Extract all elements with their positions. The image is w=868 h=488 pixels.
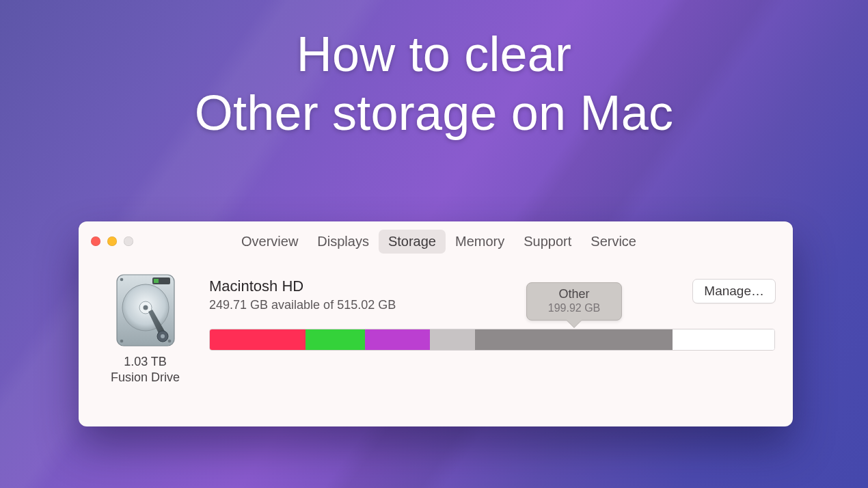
storage-segment-free [673,329,774,350]
other-callout: Other 199.92 GB [526,282,622,321]
hard-drive-icon [113,273,178,347]
volume-name: Macintosh HD [209,277,775,295]
storage-main: Macintosh HD 249.71 GB available of 515.… [209,273,775,385]
drive-column: 1.03 TB Fusion Drive [99,273,191,385]
minimize-window-button[interactable] [107,236,117,246]
tab-bar: Overview Displays Storage Memory Support… [232,230,646,254]
storage-segment-other [475,329,673,350]
callout-title: Other [534,287,614,301]
manage-button[interactable]: Manage… [692,279,776,303]
svg-rect-2 [154,279,159,283]
zoom-window-button[interactable] [124,236,133,246]
window-titlebar: Overview Displays Storage Memory Support… [79,221,793,261]
headline-line2: Other storage on Mac [0,83,868,142]
storage-segment-purple [365,329,430,350]
drive-type: Fusion Drive [111,370,180,385]
tab-service[interactable]: Service [581,230,646,254]
storage-segment-red [210,329,306,350]
hero-stage: How to clear Other storage on Mac Overvi… [0,0,868,488]
hero-headline: How to clear Other storage on Mac [0,25,868,143]
tab-displays[interactable]: Displays [308,230,379,254]
traffic-lights [91,236,133,246]
svg-point-5 [143,306,148,310]
close-window-button[interactable] [91,236,100,246]
volume-availability: 249.71 GB available of 515.02 GB [209,298,775,312]
svg-point-8 [120,278,123,282]
svg-point-7 [161,334,165,338]
tab-memory[interactable]: Memory [446,230,514,254]
tab-support[interactable]: Support [514,230,581,254]
svg-point-10 [167,340,171,343]
storage-segment-green [306,329,365,350]
drive-capacity: 1.03 TB [111,354,180,370]
drive-caption: 1.03 TB Fusion Drive [111,354,180,385]
tab-overview[interactable]: Overview [232,230,308,254]
headline-line1: How to clear [0,25,868,83]
about-this-mac-window: Overview Displays Storage Memory Support… [79,221,793,426]
storage-bar-segments [210,329,774,350]
storage-bar: Other 199.92 GB [209,329,775,351]
storage-segment-light [430,329,475,350]
storage-content: 1.03 TB Fusion Drive Macintosh HD 249.71… [79,261,793,385]
svg-point-9 [120,340,123,343]
tab-storage[interactable]: Storage [379,230,446,254]
callout-subtitle: 199.92 GB [534,302,614,314]
